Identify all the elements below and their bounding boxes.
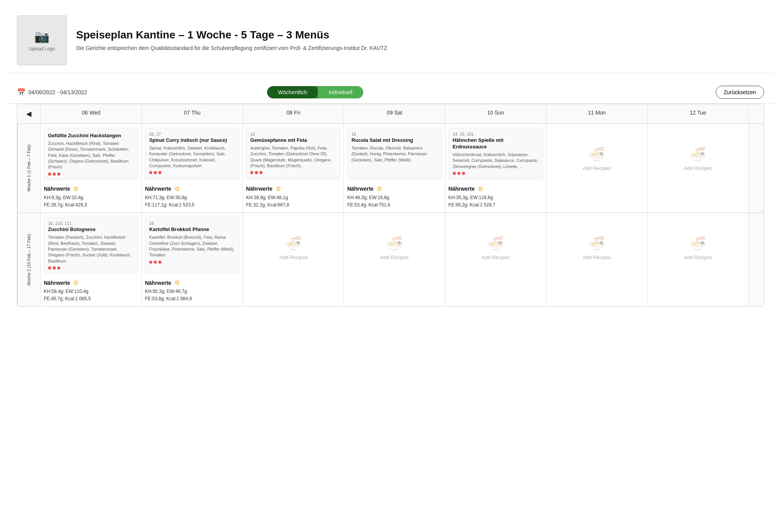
bowl-icon: 🍜 [689, 235, 706, 251]
bowl-icon: 🍜 [285, 235, 302, 251]
toggle-individual-button[interactable]: individuell [318, 86, 363, 98]
recipe-title-w2-1: Kartoffel Brokkoli Pfanne [149, 226, 235, 233]
toolbar: 📅 04/06/2022 - 04/13/2022 Wöchentlich in… [8, 81, 773, 104]
nutrition-title-w1-2: Nährwerte [246, 186, 272, 192]
toggle-weekly-button[interactable]: Wöchentlich [267, 86, 318, 98]
day-cell-w2-6: 🍜 Add Recipes [647, 213, 748, 306]
nutrition-header-w1-0: Nährwerte ⚙ [44, 185, 138, 193]
row-nav-spacer [748, 124, 764, 213]
nutrition-values-w2-0: KH:58,4g; EW:110,4g FE:40,7g; Kcal:1 085… [44, 288, 138, 303]
recipe-card-w2-0[interactable]: 16, 110, 111 Zucchini Bolognese Tomaten … [44, 217, 138, 274]
recipe-numbers-w1-2: 16 [250, 132, 336, 136]
dot [158, 261, 161, 264]
recipe-numbers-w1-4: 14, 15, 101 [453, 132, 539, 136]
week-row-2: Woche 2 (10 Feb – 17 Feb) 16, 110, 111 Z… [17, 213, 764, 306]
week-row-1: Woche 1 (1 Feb – 7 Feb) Gefüllte Zucchin… [17, 124, 764, 213]
day-cell-w1-3: 16 Rucola Salat mit Dressing Tomaten, Ru… [344, 124, 445, 213]
row-nav-spacer-2 [748, 213, 764, 306]
gear-icon-w1-4[interactable]: ⚙ [478, 185, 483, 193]
bowl-icon: 🍜 [588, 235, 605, 251]
recipe-card-w1-3[interactable]: 16 Rucola Salat mit Dressing Tomaten, Ru… [347, 128, 442, 180]
recipe-ingredients-w1-2: Aubergine, Tomaten, Paprika (Rot), Feta,… [250, 145, 336, 169]
dot [154, 171, 157, 174]
recipe-card-w1-2[interactable]: 16 Gemüsepfanne mit Feta Aubergine, Toma… [246, 128, 341, 180]
page-title: Speiseplan Kantine – 1 Woche - 5 Tage – … [76, 29, 387, 41]
recipe-title-w1-2: Gemüsepfanne mit Feta [250, 137, 336, 144]
add-recipes-label-w2-4[interactable]: Add Recipes [482, 254, 510, 260]
nutrition-values-w1-2: KH:38,9g; EW:48,1g FE:32,2g; Kcal:667,8 [246, 194, 341, 209]
add-recipes-label-w2-6[interactable]: Add Recipes [684, 254, 712, 260]
bowl-icon: 🍜 [689, 146, 706, 162]
col-header-spacer [748, 104, 764, 123]
add-recipes-label-w1-5[interactable]: Add Recipes [583, 165, 611, 171]
gear-icon-w2-1[interactable]: ⚙ [174, 279, 180, 286]
day-cell-w1-4: 14, 15, 101 Hähnchen Spieße mit Erdnusss… [445, 124, 546, 213]
add-recipes-label-w1-6[interactable]: Add Recipes [684, 165, 712, 171]
nutrition-w2-0: Nährwerte ⚙ KH:58,4g; EW:110,4g FE:40,7g… [44, 279, 138, 303]
header-text-block: Speiseplan Kantine – 1 Woche - 5 Tage – … [76, 29, 387, 52]
prev-nav-button[interactable]: ◀ [17, 104, 40, 123]
nutrition-title-w1-3: Nährwerte [347, 186, 373, 192]
date-range-display: 📅 04/06/2022 - 04/13/2022 [17, 88, 87, 96]
recipe-numbers-w2-0: 16, 110, 111 [48, 221, 134, 226]
reset-button[interactable]: Zurücksetzen [716, 86, 764, 99]
nutrition-header-w1-3: Nährwerte ⚙ [347, 185, 442, 193]
recipe-card-w1-1[interactable]: 26, 27 Spinat Curry indisch (nur Sauce) … [145, 128, 239, 180]
add-recipes-w2-5[interactable]: 🍜 Add Recipes [550, 217, 644, 278]
gear-icon-w1-2[interactable]: ⚙ [276, 185, 281, 193]
add-recipes-w1-6[interactable]: 🍜 Add Recipes [651, 128, 745, 189]
col-header-5: 11 Mon [546, 104, 647, 123]
recipe-ingredients-w2-0: Tomaten (Passiert), Zucchini, Hackfleisc… [48, 234, 134, 264]
gear-icon-w1-3[interactable]: ⚙ [377, 185, 382, 193]
dot [453, 172, 456, 175]
logo-upload-box[interactable]: 📷 Upload Logo [17, 15, 67, 65]
recipe-card-w2-1[interactable]: 16 Kartoffel Brokkoli Pfanne Kartoffel, … [145, 217, 239, 274]
nutrition-title-w2-0: Nährwerte [44, 280, 70, 286]
nutrition-title-w1-1: Nährwerte [145, 186, 171, 192]
page-header: 📷 Upload Logo Speiseplan Kantine – 1 Woc… [8, 8, 773, 73]
add-recipes-w2-3[interactable]: 🍜 Add Recipes [347, 217, 442, 278]
dot [149, 261, 152, 264]
dot [457, 172, 460, 175]
bowl-icon: 🍜 [588, 146, 605, 162]
gear-icon-w1-0[interactable]: ⚙ [73, 185, 78, 193]
nutrition-values-w1-1: KH:71,3g; EW:30,8g FE:117,1g; Kcal:1 523… [145, 194, 239, 209]
recipe-dots-w1-2 [250, 171, 336, 174]
recipe-dots-w1-1 [149, 171, 235, 174]
add-recipes-label-w2-5[interactable]: Add Recipes [583, 254, 611, 260]
dot [53, 266, 56, 269]
recipe-ingredients-w1-4: Hühnchenbrust, Kokosmilch, Sojasauce, Se… [453, 152, 539, 170]
day-cell-w2-5: 🍜 Add Recipes [546, 213, 647, 306]
recipe-card-w1-4[interactable]: 14, 15, 101 Hähnchen Spieße mit Erdnusss… [449, 128, 543, 180]
nutrition-w1-0: Nährwerte ⚙ KH:9,3g; EW:32,4g FE:28,7g; … [44, 185, 138, 209]
bowl-icon: 🍜 [386, 235, 403, 251]
dot [158, 171, 161, 174]
add-recipes-w2-4[interactable]: 🍜 Add Recipes [449, 217, 543, 278]
recipe-title-w1-0: Gefüllte Zucchini Hackstangen [48, 133, 134, 139]
dot [48, 173, 51, 176]
dot [259, 171, 263, 174]
logo-upload-label[interactable]: Upload Logo [29, 46, 55, 52]
recipe-dots-w2-0 [48, 266, 134, 269]
recipe-card-w1-0[interactable]: Gefüllte Zucchini Hackstangen Zucchini, … [44, 128, 138, 180]
gear-icon-w2-0[interactable]: ⚙ [73, 279, 78, 286]
calendar-grid: ◀ 06 Wed 07 Thu 08 Fri 09 Sat 10 Sun 11 … [17, 104, 764, 307]
recipe-numbers-w2-1: 16 [149, 221, 235, 226]
dot [154, 261, 157, 264]
dot [250, 171, 253, 174]
nutrition-w2-1: Nährwerte ⚙ KH:92,3g; EW:46,7g FE:53,8g;… [145, 279, 239, 303]
nutrition-values-w1-3: KH:48,3g; EW:16,8g FE:53,4g; Kcal:751,6 [347, 194, 442, 209]
add-recipes-w2-2[interactable]: 🍜 Add Recipes [246, 217, 341, 278]
add-recipes-w2-6[interactable]: 🍜 Add Recipes [651, 217, 745, 278]
col-header-6: 12 Tue [647, 104, 748, 123]
add-recipes-label-w2-2[interactable]: Add Recipes [279, 254, 307, 260]
nutrition-values-w1-0: KH:9,3g; EW:32,4g FE:28,7g; Kcal:428,3 [44, 194, 138, 209]
nutrition-w1-2: Nährwerte ⚙ KH:38,9g; EW:48,1g FE:32,2g;… [246, 185, 341, 209]
day-cell-w1-0: Gefüllte Zucchini Hackstangen Zucchini, … [40, 124, 141, 213]
day-cell-w1-5: 🍜 Add Recipes [546, 124, 647, 213]
add-recipes-label-w2-3[interactable]: Add Recipes [381, 254, 409, 260]
nutrition-title-w1-0: Nährwerte [44, 186, 70, 192]
recipe-numbers-w1-1: 26, 27 [149, 132, 235, 136]
add-recipes-w1-5[interactable]: 🍜 Add Recipes [550, 128, 644, 189]
gear-icon-w1-1[interactable]: ⚙ [174, 185, 180, 193]
